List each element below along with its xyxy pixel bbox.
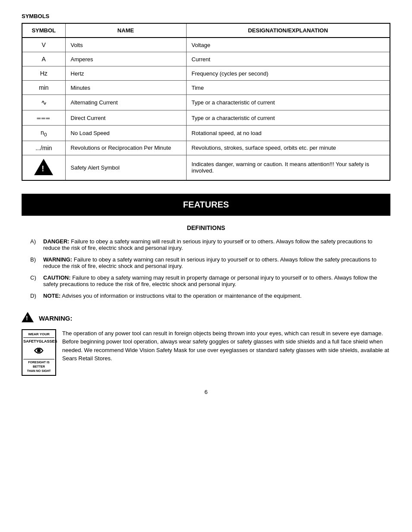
def-text-caution: CAUTION: Failure to obey a safety warnin… — [43, 274, 390, 287]
name-amperes: Amperes — [65, 52, 186, 66]
designation-current: Current — [186, 52, 390, 66]
definitions-list: A) DANGER: Failure to obey a safety warn… — [22, 238, 390, 299]
col-header-symbol: SYMBOL — [22, 23, 65, 38]
warning-label: WARNING: — [39, 315, 73, 322]
table-row: .../min Revolutions or Reciprocation Per… — [22, 141, 390, 155]
def-body-note: Advises you of information or instructio… — [60, 293, 301, 299]
warning-section: WARNING: WEAR YOUR SAFETY GLASSES 👁 FORE… — [22, 312, 390, 376]
symbol-n0: n0 — [22, 126, 65, 141]
table-row: n0 No Load Speed Rotational speed, at no… — [22, 126, 390, 141]
symbol-min: min — [22, 81, 65, 95]
badge-wear-your: WEAR YOUR — [23, 332, 54, 338]
designation-ac: Type or a characteristic of current — [186, 95, 390, 110]
def-text-danger: DANGER: Failure to obey a safety warning… — [43, 238, 390, 251]
table-row: Hz Hertz Frequency (cycles per second) — [22, 66, 390, 81]
badge-safety: SAFETY — [23, 339, 39, 344]
name-hertz: Hertz — [65, 66, 186, 81]
symbol-dc: ═══ — [22, 110, 65, 126]
def-bold-caution: CAUTION: — [43, 274, 71, 281]
warning-header-icon — [22, 312, 35, 325]
def-bold-danger: DANGER: — [43, 238, 70, 245]
table-row: Safety Alert Symbol Indicates danger, wa… — [22, 155, 390, 180]
designation-no-load-speed: Rotational speed, at no load — [186, 126, 390, 141]
list-item: B) WARNING: Failure to obey a safety war… — [22, 256, 390, 269]
badge-glasses: GLASSES — [39, 339, 57, 344]
badge-foresight: FORESIGHT IS BETTERTHAN NO SIGHT — [23, 359, 54, 373]
list-item: D) NOTE: Advises you of information or i… — [22, 293, 390, 299]
warning-body-text: The operation of any power tool can resu… — [62, 329, 390, 363]
def-body-warning: Failure to obey a safety warning can res… — [43, 256, 377, 269]
name-ac: Alternating Current — [65, 95, 186, 110]
table-row: V Volts Voltage — [22, 38, 390, 52]
name-volts: Volts — [65, 38, 186, 52]
table-row: A Amperes Current — [22, 52, 390, 66]
warning-triangle-icon — [34, 159, 53, 175]
definitions-title: DEFINITIONS — [22, 224, 390, 231]
designation-rpm: Revolutions, strokes, surface speed, orb… — [186, 141, 390, 155]
warning-header: WARNING: — [22, 312, 390, 325]
def-text-note: NOTE: Advises you of information or inst… — [43, 293, 390, 299]
symbols-title: SYMBOLS — [22, 13, 390, 19]
badge-safety-glasses: SAFETY GLASSES — [23, 339, 54, 344]
def-bold-warning: WARNING: — [43, 256, 72, 263]
symbol-v: V — [22, 38, 65, 52]
def-body-danger: Failure to obey a safety warning will re… — [43, 238, 372, 251]
list-item: C) CAUTION: Failure to obey a safety war… — [22, 274, 390, 287]
badge-eye-icon: 👁 — [23, 345, 54, 359]
designation-voltage: Voltage — [186, 38, 390, 52]
warning-content: WEAR YOUR SAFETY GLASSES 👁 FORESIGHT IS … — [22, 329, 390, 376]
symbol-a: A — [22, 52, 65, 66]
name-rpm: Revolutions or Reciprocation Per Minute — [65, 141, 186, 155]
name-safety-alert: Safety Alert Symbol — [65, 155, 186, 180]
symbol-ac: ∿ — [22, 95, 65, 110]
def-letter-a: A) — [30, 238, 43, 251]
symbol-rpm: .../min — [22, 141, 65, 155]
def-letter-b: B) — [30, 256, 43, 269]
def-letter-d: D) — [30, 293, 43, 299]
symbols-table: SYMBOL NAME DESIGNATION/EXPLANATION V Vo… — [22, 23, 390, 181]
def-body-caution: Failure to obey a safety warning may res… — [43, 274, 377, 287]
def-bold-note: NOTE: — [43, 293, 60, 299]
symbol-hz: Hz — [22, 66, 65, 81]
designation-safety-alert: Indicates danger, warning or caution. It… — [186, 155, 390, 180]
designation-time: Time — [186, 81, 390, 95]
table-row: min Minutes Time — [22, 81, 390, 95]
designation-dc: Type or a characteristic of current — [186, 110, 390, 126]
table-row: ∿ Alternating Current Type or a characte… — [22, 95, 390, 110]
table-row: ═══ Direct Current Type or a characteris… — [22, 110, 390, 126]
name-dc: Direct Current — [65, 110, 186, 126]
def-letter-c: C) — [30, 274, 43, 287]
symbol-safety-alert — [22, 155, 65, 180]
name-minutes: Minutes — [65, 81, 186, 95]
features-banner: FEATURES — [22, 194, 390, 216]
col-header-name: NAME — [65, 23, 186, 38]
page-number: 6 — [22, 389, 390, 395]
warning-triangle-small-icon — [22, 312, 34, 322]
list-item: A) DANGER: Failure to obey a safety warn… — [22, 238, 390, 251]
safety-glasses-badge: WEAR YOUR SAFETY GLASSES 👁 FORESIGHT IS … — [22, 329, 56, 376]
col-header-designation: DESIGNATION/EXPLANATION — [186, 23, 390, 38]
designation-frequency: Frequency (cycles per second) — [186, 66, 390, 81]
name-no-load-speed: No Load Speed — [65, 126, 186, 141]
def-text-warning: WARNING: Failure to obey a safety warnin… — [43, 256, 390, 269]
